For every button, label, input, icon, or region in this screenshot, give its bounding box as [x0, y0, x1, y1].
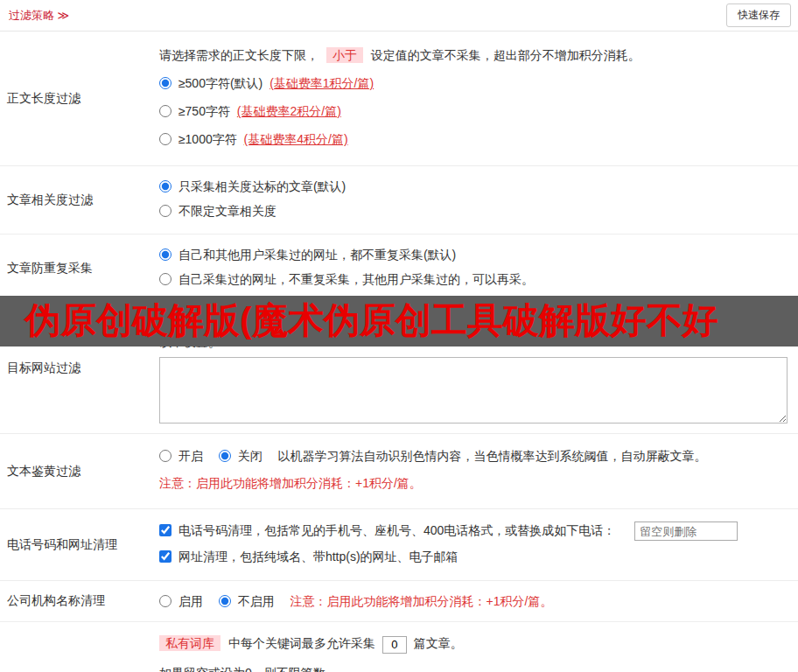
page-title: 过滤策略 ≫ [9, 8, 69, 24]
length-option-750[interactable]: ≥750字符 (基础费率2积分/篇) [159, 104, 341, 118]
company-option-off[interactable]: 不启用 [219, 594, 278, 608]
company-radio-off[interactable] [219, 595, 231, 607]
label-relevance-filter: 文章相关度过滤 [0, 166, 158, 234]
page-header: 过滤策略 ≫ 快速保存 [0, 0, 798, 32]
company-option-row: 启用 不启用 注意：启用此功能将增加积分消耗：+1积分/篇。 [159, 592, 788, 611]
row-keyword-filter: 关键词防重复采集 私有词库 中每个关键词最多允许采集 篇文章。 如果留空或设为0… [0, 622, 798, 672]
length-option-1000[interactable]: ≥1000字符 (基础费率4积分/篇) [159, 132, 348, 146]
row-phone-filter: 电话号码和网址清理 电话号码清理，包括常见的手机号、座机号、400电话格式，或替… [0, 509, 798, 581]
porn-option-off[interactable]: 关闭 [219, 449, 266, 463]
length-intro-post: 设定值的文章不采集，超出部分不增加积分消耗。 [371, 48, 640, 62]
blocked-sites-textarea[interactable] [159, 357, 788, 424]
url-clean-row: 网址清理，包括纯域名、带http(s)的网址、电子邮箱 [159, 548, 788, 566]
dedup-option-self[interactable]: 自己采集过的网址，不重复采集，其他用户采集过的，可以再采。 [159, 272, 534, 286]
porn-option-on[interactable]: 开启 [159, 449, 206, 463]
dedup-option-global-text: 自己和其他用户采集过的网址，都不重复采集(默认) [178, 248, 456, 262]
length-intro-highlight: 小于 [326, 47, 363, 63]
url-clean-checkbox[interactable] [159, 550, 172, 563]
phone-clean-row: 电话号码清理，包括常见的手机号、座机号、400电话格式，或替换成如下电话： [159, 522, 788, 541]
company-option-on[interactable]: 启用 [159, 594, 206, 608]
dedup-radio-global[interactable] [159, 248, 172, 261]
porn-filter-description: 以机器学习算法自动识别色情内容，当色情概率达到系统阈值，自动屏蔽文章。 [278, 449, 707, 463]
length-option-500-text: ≥500字符(默认) [178, 76, 262, 90]
porn-filter-content: 开启 关闭 以机器学习算法自动识别色情内容，当色情概率达到系统阈值，自动屏蔽文章… [158, 434, 798, 508]
row-length-filter: 正文长度过滤 请选择需求的正文长度下限， 小于 设定值的文章不采集，超出部分不增… [0, 32, 798, 166]
relevance-option-any-text: 不限定文章相关度 [178, 204, 276, 218]
keyword-limit-text: 中每个关键词最多允许采集 [228, 636, 375, 650]
watermark-banner: 伪原创破解版(魔术伪原创工具破解版好不好 [0, 296, 798, 346]
length-radio-500[interactable] [159, 77, 172, 89]
replacement-phone-input[interactable] [634, 522, 738, 541]
length-option-500-fee: (基础费率1积分/篇) [270, 76, 374, 90]
watermark-text: 伪原创破解版(魔术伪原创工具破解版好不好 [24, 300, 718, 340]
row-porn-filter: 文本鉴黄过滤 开启 关闭 以机器学习算法自动识别色情内容，当色情概率达到系统阈值… [0, 434, 798, 509]
length-filter-intro: 请选择需求的正文长度下限， 小于 设定值的文章不采集，超出部分不增加积分消耗。 [159, 46, 788, 65]
length-option-row: ≥1000字符 (基础费率4积分/篇) [159, 130, 788, 149]
relevance-radio-any[interactable] [159, 205, 172, 217]
porn-filter-note: 注意：启用此功能将增加积分消耗：+1积分/篇。 [159, 474, 788, 493]
dedup-radio-self[interactable] [159, 273, 172, 285]
keyword-filter-content: 私有词库 中每个关键词最多允许采集 篇文章。 如果留空或设为0，则不限篇数。 如… [158, 622, 798, 672]
label-phone-filter: 电话号码和网址清理 [0, 509, 158, 580]
private-lexicon-chip: 私有词库 [159, 635, 220, 651]
porn-radio-off[interactable] [219, 450, 231, 462]
row-relevance-filter: 文章相关度过滤 只采集相关度达标的文章(默认) 不限定文章相关度 [0, 166, 798, 234]
label-keyword-filter: 关键词防重复采集 [0, 622, 158, 672]
length-option-750-fee: (基础费率2积分/篇) [237, 104, 341, 118]
company-radio-on[interactable] [159, 595, 172, 607]
label-porn-filter: 文本鉴黄过滤 [0, 434, 158, 508]
company-filter-note: 注意：启用此功能将增加积分消耗：+1积分/篇。 [290, 594, 553, 608]
relevance-option-row: 只采集相关度达标的文章(默认) [159, 178, 788, 196]
length-option-750-text: ≥750字符 [178, 104, 230, 118]
quick-save-button[interactable]: 快速保存 [726, 4, 791, 27]
length-option-1000-text: ≥1000字符 [178, 132, 237, 146]
dedup-option-self-text: 自己采集过的网址，不重复采集，其他用户采集过的，可以再采。 [178, 272, 534, 286]
label-length-filter: 正文长度过滤 [0, 32, 158, 165]
dedup-filter-content: 自己和其他用户采集过的网址，都不重复采集(默认) 自己采集过的网址，不重复采集，… [158, 234, 798, 302]
porn-option-on-text: 开启 [178, 449, 203, 463]
keyword-count-input[interactable] [382, 636, 407, 654]
porn-radio-on[interactable] [159, 450, 172, 462]
label-dedup-filter: 文章防重复采集 [0, 234, 158, 302]
dedup-option-global[interactable]: 自己和其他用户采集过的网址，都不重复采集(默认) [159, 248, 456, 262]
relevance-option-any[interactable]: 不限定文章相关度 [159, 204, 276, 218]
company-option-on-text: 启用 [178, 594, 203, 608]
row-company-filter: 公司机构名称清理 启用 不启用 注意：启用此功能将增加积分消耗：+1积分/篇。 [0, 581, 798, 622]
relevance-radio-strict[interactable] [159, 180, 172, 192]
row-dedup-filter: 文章防重复采集 自己和其他用户采集过的网址，都不重复采集(默认) 自己采集过的网… [0, 234, 798, 303]
length-radio-1000[interactable] [159, 133, 172, 145]
length-option-1000-fee: (基础费率4积分/篇) [244, 132, 348, 146]
length-option-row: ≥500字符(默认) (基础费率1积分/篇) [159, 74, 788, 93]
relevance-filter-content: 只采集相关度达标的文章(默认) 不限定文章相关度 [158, 166, 798, 234]
dedup-option-row: 自己和其他用户采集过的网址，都不重复采集(默认) [159, 246, 788, 264]
url-clean-option[interactable]: 网址清理，包括纯域名、带http(s)的网址、电子邮箱 [159, 550, 458, 564]
porn-option-off-text: 关闭 [238, 449, 262, 463]
relevance-option-strict[interactable]: 只采集相关度达标的文章(默认) [159, 179, 346, 193]
length-option-500[interactable]: ≥500字符(默认) (基础费率1积分/篇) [159, 76, 374, 90]
dedup-option-row: 自己采集过的网址，不重复采集，其他用户采集过的，可以再采。 [159, 270, 788, 289]
phone-clean-text: 电话号码清理，包括常见的手机号、座机号、400电话格式，或替换成如下电话： [178, 523, 615, 537]
company-option-off-text: 不启用 [238, 594, 275, 608]
phone-clean-option[interactable]: 电话号码清理，包括常见的手机号、座机号、400电话格式，或替换成如下电话： [159, 523, 619, 537]
keyword-limit-text-post: 篇文章。 [414, 636, 463, 650]
url-clean-text: 网址清理，包括纯域名、带http(s)的网址、电子邮箱 [178, 550, 458, 564]
length-intro-pre: 请选择需求的正文长度下限， [159, 48, 318, 62]
porn-option-row: 开启 关闭 以机器学习算法自动识别色情内容，当色情概率达到系统阈值，自动屏蔽文章… [159, 447, 788, 466]
company-filter-content: 启用 不启用 注意：启用此功能将增加积分消耗：+1积分/篇。 [158, 581, 798, 621]
keyword-limit-row: 私有词库 中每个关键词最多允许采集 篇文章。 [159, 634, 788, 653]
keyword-note-zero: 如果留空或设为0，则不限篇数。 [159, 664, 788, 672]
relevance-option-strict-text: 只采集相关度达标的文章(默认) [178, 179, 346, 193]
phone-clean-checkbox[interactable] [159, 524, 172, 536]
relevance-option-row: 不限定文章相关度 [159, 202, 788, 220]
length-radio-750[interactable] [159, 105, 172, 117]
label-company-filter: 公司机构名称清理 [0, 581, 158, 621]
length-option-row: ≥750字符 (基础费率2积分/篇) [159, 102, 788, 121]
phone-filter-content: 电话号码清理，包括常见的手机号、座机号、400电话格式，或替换成如下电话： 网址… [158, 509, 798, 580]
length-filter-content: 请选择需求的正文长度下限， 小于 设定值的文章不采集，超出部分不增加积分消耗。 … [158, 32, 798, 165]
